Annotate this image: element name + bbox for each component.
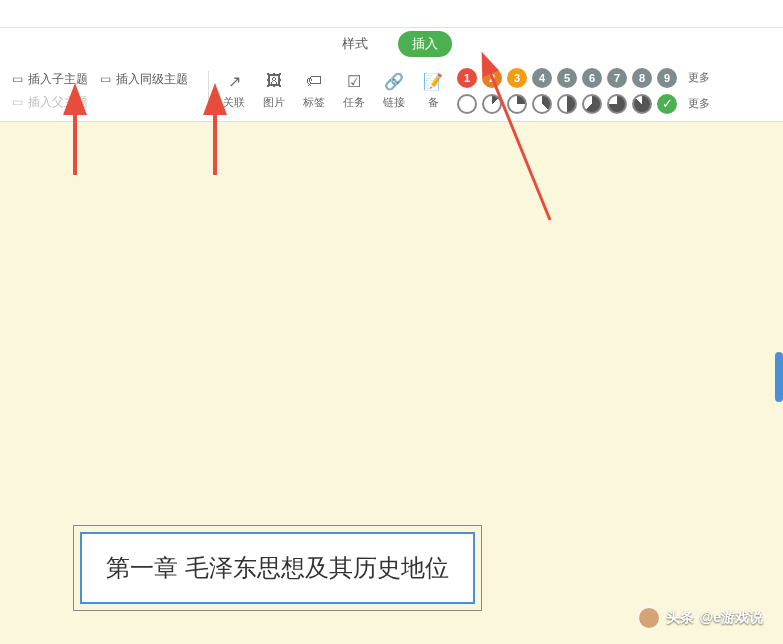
mindmap-canvas[interactable]: 第一章 毛泽东思想及其历史地位 — [0, 122, 783, 644]
tag-icon: 🏷 — [304, 71, 324, 91]
progress-marker-62.5[interactable] — [582, 94, 602, 114]
tag-button[interactable]: 🏷 标签 — [297, 69, 331, 112]
button-label: 插入子主题 — [28, 71, 88, 88]
insert-subtopic-button[interactable]: ▭ 插入子主题 — [10, 71, 88, 88]
progress-marker-87.5[interactable] — [632, 94, 652, 114]
more-markers-link[interactable]: 更多 — [688, 70, 710, 85]
toolbar: ▭ 插入子主题 ▭ 插入同级主题 ▭ 插入父主题 ↗ 关联 🖼 图片 🏷 — [0, 60, 783, 122]
progress-marker-0[interactable] — [457, 94, 477, 114]
marker-group: 123456789更多 ✓更多 — [449, 68, 710, 114]
note-button[interactable]: 📝 备 — [417, 69, 449, 112]
image-icon: 🖼 — [264, 71, 284, 91]
link-button[interactable]: 🔗 链接 — [377, 69, 411, 112]
task-icon: ☑ — [344, 71, 364, 91]
progress-marker-50[interactable] — [557, 94, 577, 114]
tab-style[interactable]: 样式 — [332, 31, 378, 57]
priority-marker-7[interactable]: 7 — [607, 68, 627, 88]
node-text: 第一章 毛泽东思想及其历史地位 — [106, 554, 449, 581]
sibling-icon: ▭ — [98, 72, 112, 86]
priority-marker-3[interactable]: 3 — [507, 68, 527, 88]
priority-marker-2[interactable]: 2 — [482, 68, 502, 88]
note-icon: 📝 — [423, 71, 443, 91]
tool-label: 标签 — [303, 95, 325, 110]
tab-insert[interactable]: 插入 — [398, 31, 452, 57]
priority-marker-4[interactable]: 4 — [532, 68, 552, 88]
watermark-prefix: 头条 — [666, 609, 694, 627]
scrollbar-thumb[interactable] — [775, 352, 783, 402]
watermark: 头条 @e游戏说 — [638, 607, 763, 629]
priority-marker-1[interactable]: 1 — [457, 68, 477, 88]
root-topic-node[interactable]: 第一章 毛泽东思想及其历史地位 — [80, 532, 475, 604]
menu-tabs: 样式 插入 — [0, 28, 783, 60]
parent-icon: ▭ — [10, 95, 24, 109]
tool-label: 图片 — [263, 95, 285, 110]
relation-button[interactable]: ↗ 关联 — [217, 69, 251, 112]
progress-marker-25[interactable] — [507, 94, 527, 114]
divider — [208, 71, 209, 111]
tool-label: 链接 — [383, 95, 405, 110]
tool-label: 关联 — [223, 95, 245, 110]
progress-marker-37.5[interactable] — [532, 94, 552, 114]
priority-marker-8[interactable]: 8 — [632, 68, 652, 88]
avatar-icon — [638, 607, 660, 629]
watermark-handle: @e游戏说 — [700, 609, 763, 627]
window-titlebar — [0, 0, 783, 28]
tool-label: 任务 — [343, 95, 365, 110]
priority-marker-9[interactable]: 9 — [657, 68, 677, 88]
button-label: 插入同级主题 — [116, 71, 188, 88]
priority-marker-5[interactable]: 5 — [557, 68, 577, 88]
image-button[interactable]: 🖼 图片 — [257, 69, 291, 112]
subtopic-icon: ▭ — [10, 72, 24, 86]
progress-marker-75[interactable] — [607, 94, 627, 114]
relation-icon: ↗ — [224, 71, 244, 91]
task-button[interactable]: ☑ 任务 — [337, 69, 371, 112]
link-icon: 🔗 — [384, 71, 404, 91]
button-label: 插入父主题 — [28, 94, 88, 111]
more-progress-link[interactable]: 更多 — [688, 96, 710, 111]
insert-parent-button: ▭ 插入父主题 — [10, 94, 88, 111]
tool-label: 备 — [428, 95, 439, 110]
progress-marker-12.5[interactable] — [482, 94, 502, 114]
priority-marker-6[interactable]: 6 — [582, 68, 602, 88]
insert-sibling-button[interactable]: ▭ 插入同级主题 — [98, 71, 188, 88]
progress-complete-marker[interactable]: ✓ — [657, 94, 677, 114]
